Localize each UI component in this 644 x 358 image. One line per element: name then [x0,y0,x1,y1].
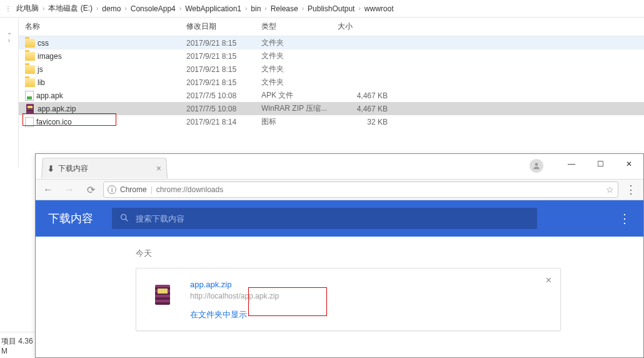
back-button[interactable]: ← [39,181,57,198]
status-bar: 项目 4.36 M [0,332,38,358]
forward-button[interactable]: → [61,181,78,198]
breadcrumb[interactable]: ⋮ 此电脑› 本地磁盘 (E:)› demo› ConsoleApp4› Web… [0,0,644,18]
explorer-left-pane: ⌄ › [0,18,19,168]
file-type: APK 文件 [261,90,338,101]
minimize-button[interactable]: — [557,154,586,174]
search-icon [119,213,129,225]
file-date: 2017/7/5 10:08 [186,91,261,100]
chevron-right-icon: › [357,5,361,12]
archive-icon [153,285,173,305]
file-row[interactable]: images2017/9/21 8:15文件夹 [19,49,644,63]
file-date: 2017/9/21 8:15 [186,39,261,48]
separator: | [151,185,153,194]
folder-icon [25,39,35,48]
download-url: http://localhost/app.apk.zip [190,292,549,300]
file-date: 2017/9/21 8:14 [186,118,261,126]
file-date: 2017/7/5 10:08 [186,105,261,113]
file-thumbnail [148,280,178,310]
breadcrumb-item[interactable]: bin [251,4,261,13]
show-in-folder-link[interactable]: 在文件夹中显示 [190,309,549,320]
chevron-right-icon: › [123,5,128,12]
breadcrumb-item[interactable]: wwwroot [365,4,394,13]
breadcrumb-item[interactable]: WebApplication1 [185,4,241,13]
column-type[interactable]: 类型 [261,21,338,32]
svg-point-1 [121,214,126,219]
file-type: 文件夹 [261,77,338,88]
breadcrumb-item[interactable]: PublishOutput [308,4,355,13]
folder-icon [25,52,35,61]
file-icon [25,117,34,127]
column-size[interactable]: 大小 [338,21,400,32]
file-name: css [38,39,49,48]
chevron-left-icon: ⋮ [5,5,11,12]
column-name[interactable]: 名称 [25,21,186,32]
file-row[interactable]: app.apk2017/7/5 10:08APK 文件4,467 KB [19,89,644,102]
info-icon[interactable]: i [108,185,116,194]
tab-title: 下载内容 [58,163,89,174]
download-item: app.apk.zip http://localhost/app.apk.zip… [136,268,561,331]
section-label: 今天 [136,248,643,259]
chevron-right-icon: › [178,5,183,12]
address-bar: ← → ⟳ i Chrome | chrome://downloads ☆ ⋮ [36,179,643,200]
file-row[interactable]: app.apk.zip2017/7/5 10:08WinRAR ZIP 压缩..… [19,102,644,115]
file-name: images [38,52,62,61]
file-date: 2017/9/21 8:15 [186,52,261,61]
downloads-header: 下载内容 ⋮ [36,200,643,237]
omnibox[interactable]: i Chrome | chrome://downloads ☆ [103,182,618,198]
search-box[interactable] [112,208,537,229]
reload-button[interactable]: ⟳ [82,181,99,198]
search-input[interactable] [136,214,530,223]
downloads-body: 今天 app.apk.zip http://localhost/app.apk.… [36,237,643,331]
file-row[interactable]: js2017/9/21 8:15文件夹 [19,63,644,76]
maximize-button[interactable]: ☐ [586,154,615,174]
close-tab-icon[interactable]: × [156,163,161,173]
file-type: WinRAR ZIP 压缩... [261,103,338,114]
file-name: lib [38,78,45,87]
svg-point-0 [535,163,538,166]
file-name: js [38,65,43,74]
breadcrumb-item[interactable]: Release [271,4,298,13]
chrome-titlebar: ⬇ 下载内容 × — ☐ ✕ [36,154,643,179]
chevron-right-icon: › [244,5,248,12]
file-name: app.apk.zip [38,105,76,113]
chevron-right-icon: › [263,5,268,12]
file-size: 32 KB [338,118,400,126]
file-type: 文件夹 [261,51,338,61]
bookmark-icon[interactable]: ☆ [606,185,614,195]
column-headers[interactable]: 名称 修改日期 类型 大小 [19,18,644,36]
file-size: 4,467 KB [338,91,400,100]
folder-icon [25,78,35,87]
remove-download-icon[interactable]: × [546,275,551,286]
chevron-right-icon: › [301,5,305,12]
column-date[interactable]: 修改日期 [186,21,261,32]
download-filename[interactable]: app.apk.zip [190,280,549,289]
chevron-down-icon[interactable]: ⌄ [7,29,12,36]
file-date: 2017/9/21 8:15 [186,65,261,74]
svg-line-2 [126,218,128,221]
omnibox-label: Chrome [120,185,147,194]
file-row[interactable]: lib2017/9/21 8:15文件夹 [19,76,644,89]
breadcrumb-item[interactable]: 此电脑 [16,3,39,14]
file-row[interactable]: favicon.ico2017/9/21 8:14图标32 KB [19,115,644,128]
close-button[interactable]: ✕ [615,154,643,174]
browser-tab[interactable]: ⬇ 下载内容 × [41,158,168,178]
file-name: favicon.ico [36,118,72,126]
chevron-right-icon: › [95,5,99,12]
more-button[interactable]: ⋮ [618,211,631,226]
breadcrumb-item[interactable]: ConsoleApp4 [131,4,176,13]
chrome-window: ⬇ 下载内容 × — ☐ ✕ ← → ⟳ i Chrome | chrome:/… [35,153,644,358]
window-controls: — ☐ ✕ [557,154,643,174]
chevron-right-icon[interactable]: › [8,37,10,44]
omnibox-url: chrome://downloads [156,185,223,194]
profile-icon[interactable] [530,159,543,173]
menu-button[interactable]: ⋮ [622,181,640,198]
file-explorer: ⋮ 此电脑› 本地磁盘 (E:)› demo› ConsoleApp4› Web… [0,0,644,168]
file-type: 图标 [261,116,338,127]
page-title: 下载内容 [48,211,93,226]
breadcrumb-item[interactable]: demo [102,4,121,13]
file-row[interactable]: css2017/9/21 8:15文件夹 [19,36,644,49]
breadcrumb-item[interactable]: 本地磁盘 (E:) [48,3,93,14]
rar-icon [25,104,35,114]
chevron-right-icon: › [41,5,46,12]
file-type: 文件夹 [261,64,338,74]
